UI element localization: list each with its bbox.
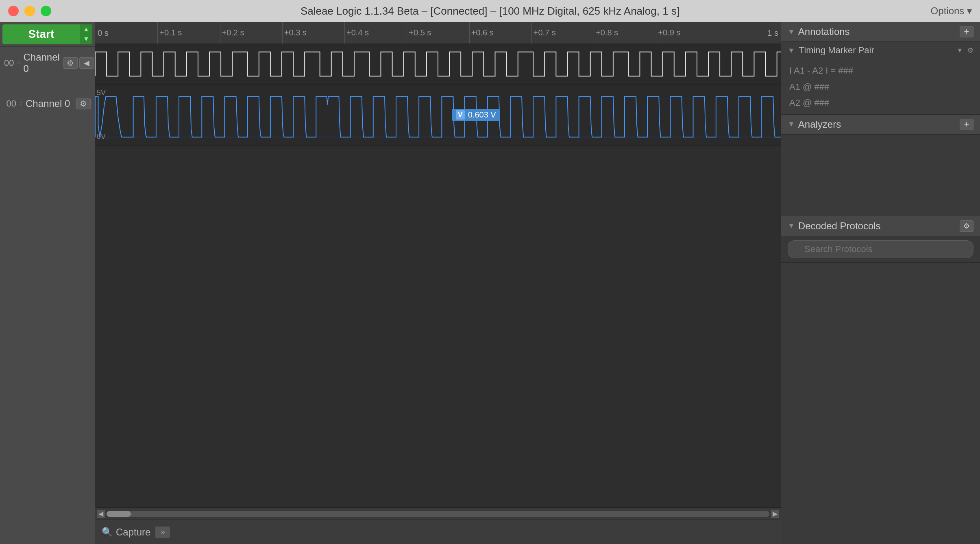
capture-icon: 🔍 [102,527,113,537]
timeline-header: 0 s 1 s +0.1 s +0.2 s +0.3 s +0.4 s +0.5… [95,22,781,44]
scroll-right-btn[interactable]: ▶ [771,510,779,518]
maximize-button[interactable] [41,6,51,16]
timeline-tick-5: +0.5 s [407,22,431,44]
timing-marker-row: ▼ Timing Marker Pair ▼ ⚙ [781,42,980,59]
ann-row-2: A1 @ ### [789,79,972,95]
timeline-tick-3: +0.3 s [282,22,307,44]
decoded-protocols-gear-btn[interactable]: ⚙ [960,220,973,232]
timing-marker-label: Timing Marker Pair [799,45,952,56]
bottom-bar: 🔍 Capture » [95,520,781,544]
protocols-empty-area [781,263,980,544]
digital-waveform-row[interactable] [95,44,781,85]
channel-controls-1: ⚙ [76,98,91,109]
ann-line3: A2 @ ### [789,95,829,111]
decoded-protocols-body: ⌕ [781,236,980,544]
timing-filter-icon: ▼ [788,46,795,55]
channel-row-analog: 00 ⠿ Channel 0 ⚙ [0,79,95,128]
scroll-thumb[interactable] [107,511,131,517]
search-wrapper: ⌕ [788,240,973,258]
timeline-tick-4: +0.4 s [344,22,369,44]
timing-filter-btn[interactable]: ▼ [956,47,963,54]
decoded-protocols-title: Decoded Protocols [798,220,956,232]
channel-row-digital: 00 ⠿ Channel 0 ⚙ ◀ f ▶ [0,46,95,79]
decoded-protocols-header: ▼ Decoded Protocols ⚙ [781,216,980,236]
scrollbar-area: ◀ ▶ [95,507,781,520]
channel-gear-btn-0[interactable]: ⚙ [63,57,78,69]
window-title: Saleae Logic 1.1.34 Beta – [Connected] –… [301,5,679,17]
annotations-section: ▼ Annotations + ▼ Timing Marker Pair ▼ ⚙… [781,22,980,114]
voltage-tooltip: V 0.603 V [452,109,500,121]
channel-num-0: 00 [4,58,14,68]
analog-5v-label: 5V [97,89,106,97]
ann-line1: I A1 - A2 I = ### [789,63,853,79]
start-arrow-col: ▲ ▼ [80,24,92,44]
capture-button[interactable]: 🔍 Capture [102,527,150,538]
start-button-row: Start ▲ ▼ [0,22,95,46]
left-panel: Start ▲ ▼ 00 ⠿ Channel 0 ⚙ ◀ f ▶ 00 ⠿ Ch… [0,22,95,544]
timeline-tick-8: +0.8 s [594,22,618,44]
ann-line2: A1 @ ### [789,79,829,95]
search-protocols-row: ⌕ [781,236,980,263]
ann-row-3: A2 @ ### [789,95,972,111]
channel-label-1: Channel 0 [26,98,73,109]
right-panel: ▼ Annotations + ▼ Timing Marker Pair ▼ ⚙… [781,22,980,544]
timeline-tick-1: +0.1 s [157,22,182,44]
timeline-inner: 0 s 1 s +0.1 s +0.2 s +0.3 s +0.4 s +0.5… [95,22,781,44]
channel-num-1: 00 [4,98,16,109]
annotations-collapse-arrow[interactable]: ▼ [788,28,795,36]
scroll-left-btn[interactable]: ◀ [97,510,105,518]
analog-waveform-row[interactable]: 5V 0V V 0.603 V [95,85,781,146]
channel-left-btn-0[interactable]: ◀ [79,57,94,69]
waveform-area[interactable]: 5V 0V V 0.603 V [95,44,781,507]
capture-label: Capture [116,527,150,538]
analyzers-section: ▼ Analyzers + [781,115,980,216]
scroll-track[interactable] [107,511,769,517]
center-panel: 0 s 1 s +0.1 s +0.2 s +0.3 s +0.4 s +0.5… [95,22,781,544]
channel-label-0: Channel 0 [23,52,59,74]
start-arrow-down[interactable]: ▼ [80,34,92,44]
minimize-button[interactable] [24,6,35,16]
decoded-protocols-collapse-arrow[interactable]: ▼ [788,222,795,230]
analog-waveform-svg [95,85,781,145]
timeline-tick-2: +0.2 s [220,22,244,44]
ann-row-1: I A1 - A2 I = ### [789,63,972,79]
more-button[interactable]: » [155,527,170,538]
digital-waveform-svg [95,44,781,84]
channel-dots-1: ⠿ [20,102,22,106]
voltage-value: 0.603 V [468,110,496,120]
start-button[interactable]: Start [2,24,80,44]
main-layout: Start ▲ ▼ 00 ⠿ Channel 0 ⚙ ◀ f ▶ 00 ⠿ Ch… [0,22,980,544]
channel-dots-0: ⠿ [17,61,20,65]
analyzers-body [781,135,980,216]
search-protocols-input[interactable] [788,240,973,258]
analyzers-title: Analyzers [798,119,956,130]
analyzers-add-btn[interactable]: + [960,119,973,130]
voltage-v-label: V [456,110,465,120]
timeline-tick-6: +0.6 s [469,22,494,44]
close-button[interactable] [8,6,19,16]
timeline-start: 0 s [98,28,109,37]
annotations-header: ▼ Annotations + [781,22,980,42]
analyzers-header: ▼ Analyzers + [781,115,980,135]
analyzers-collapse-arrow[interactable]: ▼ [788,120,795,128]
timeline-tick-9: +0.9 s [656,22,680,44]
titlebar: Saleae Logic 1.1.34 Beta – [Connected] –… [0,0,980,22]
options-button[interactable]: Options ▾ [931,5,972,17]
annotations-add-btn[interactable]: + [960,26,973,37]
timeline-tick-7: +0.7 s [531,22,556,44]
timing-gear-btn[interactable]: ⚙ [967,46,973,55]
start-arrow-up[interactable]: ▲ [80,24,92,34]
decoded-section: ▼ Decoded Protocols ⚙ ⌕ [781,216,980,544]
annotation-values: I A1 - A2 I = ### A1 @ ### A2 @ ### [781,59,980,114]
titlebar-buttons [8,6,51,16]
annotations-title: Annotations [798,26,956,37]
analog-0v-label: 0V [97,133,106,141]
timeline-end: 1 s [767,28,778,37]
channel-gear-btn-1[interactable]: ⚙ [76,98,91,109]
